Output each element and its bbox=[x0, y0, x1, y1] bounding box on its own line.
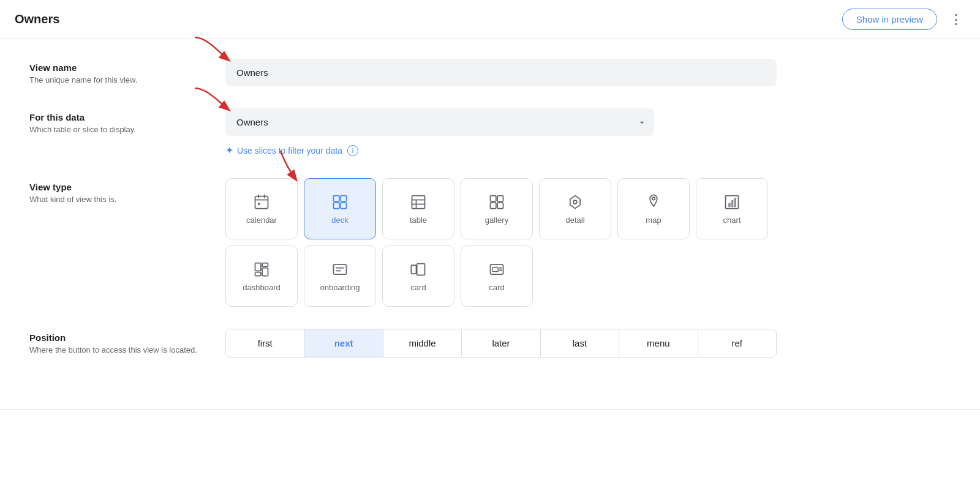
svg-rect-34 bbox=[411, 265, 416, 274]
svg-rect-26 bbox=[734, 198, 737, 207]
svg-point-21 bbox=[573, 200, 577, 204]
view-type-detail[interactable]: detail bbox=[539, 178, 611, 239]
position-later[interactable]: later bbox=[462, 329, 540, 357]
for-this-data-description: Which table or slice to display. bbox=[29, 125, 225, 134]
view-type-card[interactable]: card bbox=[461, 246, 533, 307]
view-name-label-area: View name The unique name for this view. bbox=[29, 59, 225, 84]
svg-rect-27 bbox=[255, 263, 261, 271]
show-preview-button[interactable]: Show in preview bbox=[842, 9, 937, 30]
view-type-map-label: map bbox=[646, 216, 661, 225]
bottom-divider bbox=[0, 409, 980, 410]
for-this-data-control: Owners ✦ Use slices to filter your data … bbox=[225, 108, 828, 156]
svg-rect-12 bbox=[412, 195, 425, 208]
dashboard-icon bbox=[253, 261, 270, 278]
position-menu[interactable]: menu bbox=[619, 329, 698, 357]
svg-marker-20 bbox=[570, 195, 580, 208]
position-control: first next middle later last menu ref bbox=[225, 329, 828, 358]
svg-rect-16 bbox=[491, 195, 496, 201]
for-this-data-label-area: For this data Which table or slice to di… bbox=[29, 108, 225, 134]
view-type-detail-label: detail bbox=[565, 216, 584, 225]
calendar-icon bbox=[253, 193, 270, 211]
position-middle[interactable]: middle bbox=[383, 329, 462, 357]
position-grid: first next middle later last menu ref bbox=[225, 329, 777, 358]
svg-rect-17 bbox=[497, 195, 503, 201]
view-type-chart-label: chart bbox=[723, 216, 741, 225]
position-label-area: Position Where the button to access this… bbox=[29, 329, 225, 354]
position-next[interactable]: next bbox=[304, 329, 383, 357]
view-type-chart[interactable]: chart bbox=[696, 178, 768, 239]
view-name-control bbox=[225, 59, 828, 86]
svg-rect-35 bbox=[417, 263, 425, 275]
svg-rect-7 bbox=[258, 203, 260, 205]
onboarding-icon bbox=[410, 261, 427, 278]
svg-rect-31 bbox=[334, 264, 347, 274]
view-type-section: View type What kind of view this is. bbox=[29, 178, 828, 307]
view-type-description: What kind of view this is. bbox=[29, 195, 225, 204]
map-icon bbox=[645, 193, 662, 211]
view-type-dashboard[interactable]: dashboard bbox=[225, 246, 298, 307]
view-type-table-label: table bbox=[410, 216, 427, 225]
view-type-table[interactable]: table bbox=[382, 178, 454, 239]
view-type-gallery[interactable]: gallery bbox=[461, 178, 533, 239]
use-slices-link[interactable]: ✦ Use slices to filter your data i bbox=[225, 144, 828, 156]
view-type-label: View type bbox=[29, 182, 225, 192]
view-type-label-area: View type What kind of view this is. bbox=[29, 178, 225, 204]
gallery-icon bbox=[488, 193, 505, 211]
position-description: Where the button to access this view is … bbox=[29, 345, 225, 354]
position-first[interactable]: first bbox=[226, 329, 304, 357]
view-type-dashboard-label: dashboard bbox=[243, 283, 280, 292]
view-name-description: The unique name for this view. bbox=[29, 75, 225, 84]
view-type-gallery-label: gallery bbox=[485, 216, 508, 225]
data-select[interactable]: Owners bbox=[225, 108, 654, 136]
for-this-data-label: For this data bbox=[29, 112, 225, 122]
position-label: Position bbox=[29, 332, 225, 343]
position-ref[interactable]: ref bbox=[698, 329, 776, 357]
position-section: Position Where the button to access this… bbox=[29, 329, 828, 358]
view-type-deck-label: deck bbox=[331, 216, 348, 225]
svg-rect-37 bbox=[492, 267, 498, 271]
view-name-section: View name The unique name for this view. bbox=[29, 59, 828, 86]
card-icon bbox=[488, 261, 505, 278]
deck-icon bbox=[331, 193, 349, 211]
view-name-input[interactable] bbox=[225, 59, 777, 86]
svg-rect-25 bbox=[731, 200, 734, 207]
svg-rect-30 bbox=[255, 272, 261, 276]
header: Owners Show in preview ⋮ bbox=[0, 0, 980, 39]
svg-rect-29 bbox=[262, 268, 268, 276]
svg-rect-10 bbox=[334, 203, 339, 208]
position-last[interactable]: last bbox=[541, 329, 619, 357]
view-type-control: calendar deck bbox=[225, 178, 828, 307]
chart-icon bbox=[723, 193, 741, 211]
view-type-form[interactable]: onboarding bbox=[304, 246, 376, 307]
svg-rect-19 bbox=[497, 203, 503, 208]
for-this-data-section: For this data Which table or slice to di… bbox=[29, 108, 828, 156]
svg-rect-18 bbox=[491, 203, 496, 208]
header-actions: Show in preview ⋮ bbox=[842, 9, 965, 30]
svg-rect-3 bbox=[255, 196, 268, 208]
svg-rect-9 bbox=[341, 195, 346, 201]
view-type-grid-wrapper: calendar deck bbox=[225, 178, 828, 307]
slices-link-text: Use slices to filter your data bbox=[237, 146, 342, 156]
svg-point-22 bbox=[652, 197, 655, 200]
form-icon bbox=[331, 261, 349, 278]
svg-rect-11 bbox=[341, 203, 346, 208]
info-icon[interactable]: i bbox=[347, 145, 358, 156]
svg-rect-28 bbox=[262, 263, 268, 266]
view-type-form-label: onboarding bbox=[320, 283, 360, 292]
view-type-deck[interactable]: deck bbox=[304, 178, 376, 239]
view-name-label: View name bbox=[29, 62, 225, 73]
table-icon bbox=[410, 193, 427, 211]
main-content: View name The unique name for this view.… bbox=[0, 39, 858, 399]
more-options-icon[interactable]: ⋮ bbox=[947, 9, 965, 30]
slices-area: ✦ Use slices to filter your data i bbox=[225, 144, 828, 156]
view-type-map[interactable]: map bbox=[617, 178, 690, 239]
view-type-calendar-label: calendar bbox=[246, 216, 277, 225]
page-title: Owners bbox=[15, 12, 59, 26]
view-type-onboarding[interactable]: card bbox=[382, 246, 454, 307]
view-type-calendar[interactable]: calendar bbox=[225, 178, 298, 239]
sparkle-icon: ✦ bbox=[225, 144, 233, 156]
view-type-grid: calendar deck bbox=[225, 178, 777, 307]
view-type-card-label: card bbox=[489, 283, 504, 292]
svg-rect-24 bbox=[728, 203, 731, 207]
detail-icon bbox=[567, 193, 584, 211]
